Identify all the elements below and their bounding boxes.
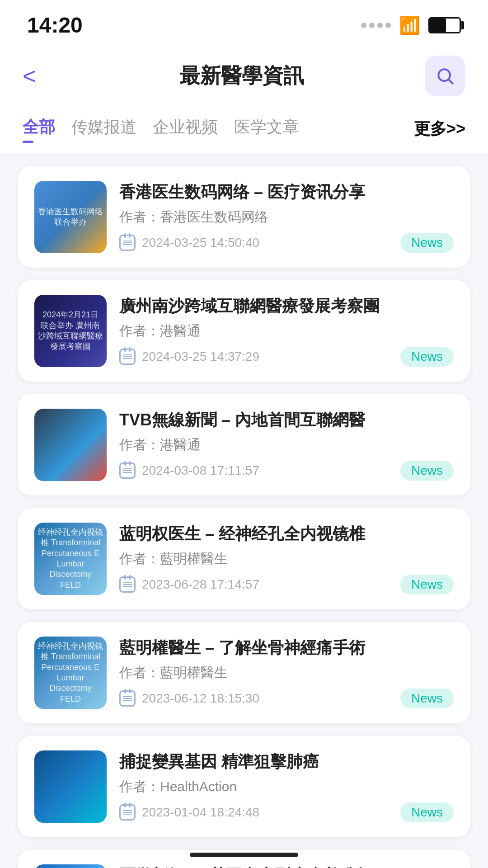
news-card-4[interactable]: 经神经孔全内视镜椎 Transforminal Percutaneous E L… [18,508,470,609]
card-date-wrap: 2024-03-25 14:50:40 [119,235,259,251]
card-title: 藍明權醫生 – 了解坐骨神經痛手術 [119,637,454,659]
news-badge: News [400,347,454,367]
card-date: 2023-01-04 18:24:48 [142,805,259,820]
calendar-icon [119,690,136,707]
news-badge: News [400,802,454,822]
card-date-wrap: 2024-03-08 17:11:57 [119,462,259,479]
back-button[interactable]: < [23,62,59,90]
status-bar: 14:20 📶 [0,0,488,42]
card-info: 藍明權醫生 – 了解坐骨神經痛手術 作者：藍明權醫生 2023-06-12 18… [119,637,454,708]
calendar-icon [119,462,136,479]
news-badge: News [400,461,454,481]
card-author: 作者：藍明權醫生 [119,550,454,568]
card-thumbnail [34,409,107,481]
card-info: TVB無線新聞 – 內地首間互聯網醫 作者：港醫通 2024-03-08 17:… [119,409,454,481]
card-date: 2023-06-12 18:15:30 [142,691,259,706]
card-title: 廣州南沙跨域互聯網醫療發展考察團 [119,295,454,317]
battery-icon [428,17,461,33]
card-info: 蓝明权医生 – 经神经孔全内视镜椎 作者：藍明權醫生 2023-06-28 17… [119,523,454,594]
card-meta: 2023-06-12 18:15:30 News [119,689,454,708]
card-author: 作者：香港医生数码网络 [119,208,454,226]
calendar-icon [119,804,136,821]
card-info: 香港医生数码网络 – 医疗资讯分享 作者：香港医生数码网络 2024-03-25… [119,181,454,253]
calendar-icon [119,576,136,593]
card-info: 医学新知 — 基因突变型癌症着准标 作者：HealthAction 2022-1… [119,864,454,868]
news-badge: News [400,233,454,253]
news-list: 香港医生数码网络联合举办 香港医生数码网络 – 医疗资讯分享 作者：香港医生数码… [0,153,488,868]
news-badge: News [400,575,454,594]
status-time: 14:20 [27,13,83,38]
search-button[interactable] [425,56,465,96]
calendar-icon [119,235,136,251]
news-card-3[interactable]: TVB無線新聞 – 內地首間互聯網醫 作者：港醫通 2024-03-08 17:… [18,394,470,495]
tab-article[interactable]: 医学文章 [234,116,315,142]
card-title: 医学新知 — 基因突变型癌症着准标 [119,864,454,868]
thumb-text: 2024年2月21日 联合举办 廣州南沙跨域互聯網醫療發展考察圖 [34,306,107,356]
thumb-text [67,783,74,790]
card-thumbnail: 经神经孔全内视镜椎 Transforminal Percutaneous E L… [34,637,107,709]
header: < 最新醫學資訊 [0,42,488,107]
calendar-icon [119,349,136,365]
card-date-wrap: 2023-06-28 17:14:57 [119,576,259,593]
tab-video[interactable]: 企业视频 [153,116,234,142]
signal-icon [361,23,391,28]
tab-more[interactable]: 更多>> [414,118,465,140]
card-date: 2024-03-25 14:50:40 [142,236,259,250]
card-title: TVB無線新聞 – 內地首間互聯網醫 [119,409,454,431]
card-thumbnail: 2024年2月21日 联合举办 廣州南沙跨域互聯網醫療發展考察圖 [34,295,107,367]
tab-media[interactable]: 传媒报道 [71,116,153,142]
news-card-5[interactable]: 经神经孔全内视镜椎 Transforminal Percutaneous E L… [18,622,470,723]
svg-line-1 [449,80,452,83]
thumb-text: 经神经孔全内视镜椎 Transforminal Percutaneous E L… [34,637,107,708]
card-meta: 2023-06-28 17:14:57 News [119,575,454,594]
card-meta: 2024-03-25 14:37:29 News [119,347,454,367]
card-date-wrap: 2023-06-12 18:15:30 [119,690,259,707]
card-thumbnail [34,750,107,823]
tab-bar: 全部 传媒报道 企业视频 医学文章 更多>> [0,107,488,153]
home-indicator [190,853,298,857]
page-title: 最新醫學資訊 [59,62,425,90]
card-title: 香港医生数码网络 – 医疗资讯分享 [119,181,454,203]
search-icon [435,66,455,86]
wifi-icon: 📶 [399,15,420,35]
card-date-wrap: 2023-01-04 18:24:48 [119,804,259,821]
thumb-text: 香港医生数码网络联合举办 [34,203,107,231]
news-badge: News [400,689,454,708]
thumb-text: 经神经孔全内视镜椎 Transforminal Percutaneous E L… [34,524,107,594]
news-card-6[interactable]: 捕捉變異基因 精準狙擊肺癌 作者：HealthAction 2023-01-04… [18,736,470,837]
news-card-1[interactable]: 香港医生数码网络联合举办 香港医生数码网络 – 医疗资讯分享 作者：香港医生数码… [18,166,470,268]
card-date: 2024-03-25 14:37:29 [142,349,259,364]
tab-all[interactable]: 全部 [23,116,71,142]
thumb-text [67,441,74,448]
card-meta: 2023-01-04 18:24:48 News [119,802,454,822]
card-date: 2024-03-08 17:11:57 [142,463,259,478]
card-thumbnail: 经神经孔全内视镜椎 Transforminal Percutaneous E L… [34,523,107,595]
card-meta: 2024-03-08 17:11:57 News [119,461,454,481]
card-date: 2023-06-28 17:14:57 [142,577,259,592]
card-title: 捕捉變異基因 精準狙擊肺癌 [119,750,454,773]
card-title: 蓝明权医生 – 经神经孔全内视镜椎 [119,523,454,545]
news-card-2[interactable]: 2024年2月21日 联合举办 廣州南沙跨域互聯網醫療發展考察圖 廣州南沙跨域互… [18,280,470,382]
card-author: 作者：港醫通 [119,322,454,340]
card-info: 廣州南沙跨域互聯網醫療發展考察團 作者：港醫通 2024-03-25 14:37… [119,295,454,367]
card-author: 作者：藍明權醫生 [119,664,454,682]
card-thumbnail: 香港医生数码网络联合举办 [34,181,107,253]
card-author: 作者：港醫通 [119,436,454,454]
card-info: 捕捉變異基因 精準狙擊肺癌 作者：HealthAction 2023-01-04… [119,750,454,822]
card-thumbnail [34,864,107,868]
card-author: 作者：HealthAction [119,778,454,796]
card-date-wrap: 2024-03-25 14:37:29 [119,349,259,365]
status-icons: 📶 [361,15,461,35]
card-meta: 2024-03-25 14:50:40 News [119,233,454,253]
